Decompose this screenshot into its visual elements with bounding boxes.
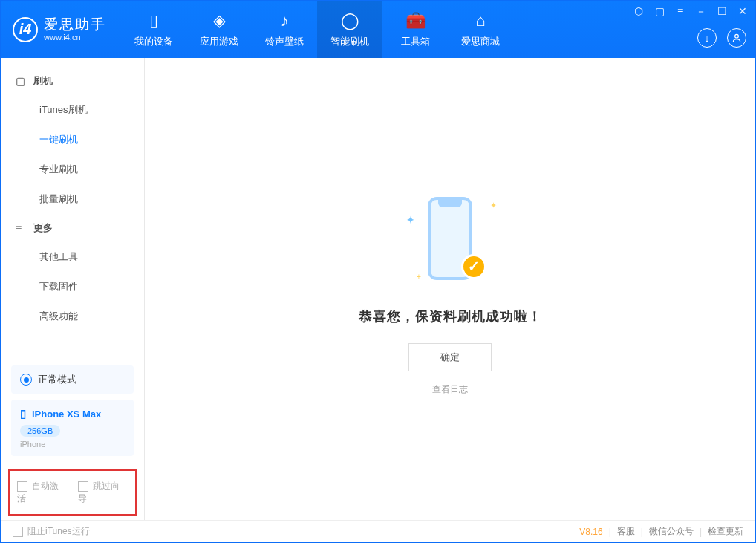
checkbox-block-itunes[interactable]: 阻止iTunes运行 (13, 525, 90, 538)
logo: i4 爱思助手 www.i4.cn (13, 17, 106, 42)
phone-notch-icon (438, 200, 462, 207)
highlight-box: 自动激活 跳过向导 (8, 469, 137, 516)
sidebar-devices: 正常模式 ▯ iPhone XS Max 256GB iPhone (1, 360, 144, 464)
device-name-label: iPhone XS Max (32, 409, 101, 420)
device-storage-badge: 256GB (20, 425, 60, 437)
checkbox-icon (13, 527, 23, 537)
checkbox-auto-activate[interactable]: 自动激活 (17, 480, 68, 505)
sparkle-icon: ✦ (406, 214, 415, 226)
close-button[interactable]: ✕ (736, 5, 749, 19)
success-illustration: ✦ ✦ + ✓ (394, 183, 506, 294)
sidebar-item-other-tools[interactable]: 其他工具 (1, 242, 144, 272)
menu-icon[interactable]: ≡ (674, 5, 687, 19)
account-button[interactable] (727, 28, 746, 48)
sidebar-item-advanced[interactable]: 高级功能 (1, 302, 144, 331)
refresh-icon: ◯ (341, 11, 359, 30)
header: i4 爱思助手 www.i4.cn ▯我的设备 ◈应用游戏 ♪铃声壁纸 ◯智能刷… (1, 1, 755, 58)
device-type-label: iPhone (20, 440, 125, 449)
user-icon (731, 33, 742, 43)
lock-icon[interactable]: ▢ (653, 5, 666, 19)
tshirt-icon[interactable]: ⬡ (632, 5, 645, 19)
footer-link-update[interactable]: 检查更新 (708, 525, 743, 538)
device-card[interactable]: ▯ iPhone XS Max 256GB iPhone (11, 400, 134, 456)
download-button[interactable]: ↓ (697, 28, 717, 48)
music-icon: ♪ (281, 11, 289, 30)
svg-point-0 (735, 34, 739, 38)
mode-active-icon (20, 374, 32, 386)
app-domain: www.i4.cn (44, 33, 106, 42)
checkbox-skip-guide[interactable]: 跳过向导 (78, 480, 128, 505)
nav-ringtones[interactable]: ♪铃声壁纸 (252, 1, 317, 58)
footer-link-wechat[interactable]: 微信公众号 (649, 525, 694, 538)
check-badge-icon: ✓ (461, 254, 486, 279)
nav-apps[interactable]: ◈应用游戏 (186, 1, 252, 58)
sidebar-item-itunes-flash[interactable]: iTunes刷机 (1, 95, 144, 125)
device-mode-card[interactable]: 正常模式 (11, 365, 134, 394)
title-bar-buttons: ⬡ ▢ ≡ － ☐ ✕ (632, 5, 749, 19)
logo-icon: i4 (13, 17, 38, 42)
app-name: 爱思助手 (44, 17, 106, 33)
iphone-icon: ▯ (20, 407, 26, 420)
minimize-button[interactable]: － (694, 5, 708, 19)
body: ▢ 刷机 iTunes刷机 一键刷机 专业刷机 批量刷机 ≡ 更多 其他工具 下… (1, 58, 755, 520)
sidebar-section-more: ≡ 更多 (1, 214, 144, 242)
sidebar-item-download-firmware[interactable]: 下载固件 (1, 272, 144, 302)
nav-store[interactable]: ⌂爱思商城 (448, 1, 513, 58)
footer-left: 阻止iTunes运行 (13, 525, 90, 538)
toolbox-icon: 🧰 (405, 11, 426, 30)
footer: 阻止iTunes运行 V8.16 | 客服 | 微信公众号 | 检查更新 (1, 520, 755, 542)
ok-button[interactable]: 确定 (408, 343, 492, 371)
sparkle-icon: + (417, 273, 421, 281)
footer-link-support[interactable]: 客服 (617, 525, 635, 538)
header-right-buttons: ↓ (697, 28, 746, 48)
sidebar-item-pro-flash[interactable]: 专业刷机 (1, 155, 144, 184)
nav-toolbox[interactable]: 🧰工具箱 (382, 1, 448, 58)
sidebar: ▢ 刷机 iTunes刷机 一键刷机 专业刷机 批量刷机 ≡ 更多 其他工具 下… (1, 58, 145, 520)
sidebar-section-flash: ▢ 刷机 (1, 67, 144, 95)
store-icon: ⌂ (475, 11, 485, 30)
device-icon: ▯ (149, 11, 158, 30)
view-log-link[interactable]: 查看日志 (432, 383, 468, 396)
checkbox-icon (78, 481, 88, 492)
sidebar-item-one-click-flash[interactable]: 一键刷机 (1, 125, 144, 155)
main-content: ✦ ✦ + ✓ 恭喜您，保资料刷机成功啦！ 确定 查看日志 (145, 58, 755, 520)
sidebar-item-batch-flash[interactable]: 批量刷机 (1, 184, 144, 214)
nav-my-device[interactable]: ▯我的设备 (121, 1, 186, 58)
sidebar-content: ▢ 刷机 iTunes刷机 一键刷机 专业刷机 批量刷机 ≡ 更多 其他工具 下… (1, 58, 144, 360)
sparkle-icon: ✦ (490, 201, 497, 210)
maximize-button[interactable]: ☐ (715, 5, 729, 19)
list-icon: ≡ (16, 222, 26, 234)
phone-outline-icon: ▢ (16, 75, 26, 87)
success-message: 恭喜您，保资料刷机成功啦！ (359, 308, 542, 325)
app-window: i4 爱思助手 www.i4.cn ▯我的设备 ◈应用游戏 ♪铃声壁纸 ◯智能刷… (0, 0, 756, 543)
nav: ▯我的设备 ◈应用游戏 ♪铃声壁纸 ◯智能刷机 🧰工具箱 ⌂爱思商城 (121, 1, 513, 58)
version-label: V8.16 (579, 527, 602, 537)
footer-right: V8.16 | 客服 | 微信公众号 | 检查更新 (579, 525, 743, 538)
device-mode-label: 正常模式 (38, 373, 76, 386)
cube-icon: ◈ (213, 11, 226, 30)
checkbox-icon (17, 481, 27, 492)
nav-flash[interactable]: ◯智能刷机 (317, 1, 382, 58)
